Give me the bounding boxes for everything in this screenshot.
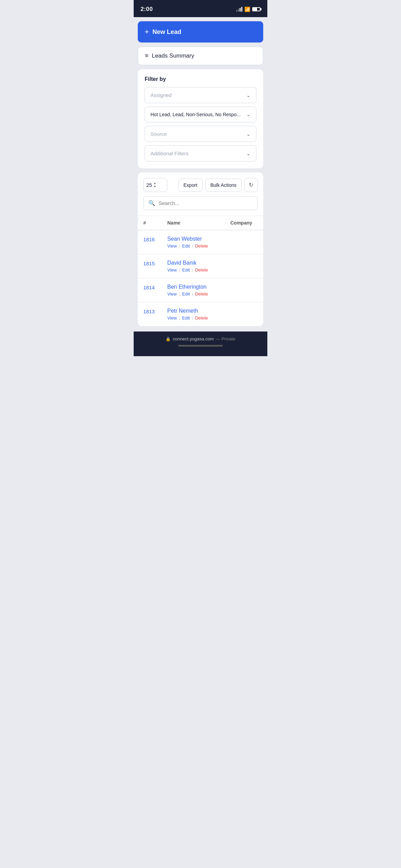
delete-link[interactable]: Delete: [195, 243, 208, 249]
lead-id[interactable]: 1815: [143, 260, 167, 266]
private-label: — Private: [216, 336, 235, 341]
lead-name[interactable]: Ben Etherington: [167, 284, 258, 290]
lead-name[interactable]: David Banik: [167, 260, 258, 266]
search-input[interactable]: [159, 200, 253, 206]
leads-table: # Name Company 1816 Sean Webster View | …: [138, 216, 263, 326]
home-indicator: [178, 345, 223, 347]
table-controls: 25 ▲ ▼ Export Bulk Actions ↻ 🔍: [138, 172, 263, 216]
status-filter-label: Hot Lead, Lead, Non-Serious, No Respo...: [150, 112, 241, 117]
source-filter[interactable]: Source ⌄: [145, 126, 256, 142]
view-link[interactable]: View: [167, 315, 177, 321]
battery-icon: [252, 7, 260, 11]
additional-filters[interactable]: Additional Filters ⌄: [145, 145, 256, 161]
leads-summary-button[interactable]: ≡ Leads Summary: [138, 47, 263, 65]
wifi-icon: 📶: [244, 7, 250, 12]
chevron-down-icon: ⌄: [246, 93, 251, 98]
filter-card: Filter by Assigned ⌄ Hot Lead, Lead, Non…: [138, 69, 263, 168]
row-actions: View | Edit | Delete: [167, 267, 258, 273]
stepper-up-icon[interactable]: ▲: [154, 182, 156, 185]
delete-link[interactable]: Delete: [195, 315, 208, 321]
table-row: 1814 Ben Etherington View | Edit | Delet…: [138, 278, 263, 302]
table-row: 1813 Petr Nemeth View | Edit | Delete: [138, 302, 263, 326]
assigned-filter-label: Assigned: [150, 92, 172, 98]
column-header-id: #: [143, 220, 167, 226]
view-link[interactable]: View: [167, 267, 177, 273]
signal-icon: [236, 7, 242, 12]
plus-icon: +: [145, 27, 149, 36]
stepper-down-icon[interactable]: ▼: [154, 185, 156, 189]
view-link[interactable]: View: [167, 291, 177, 297]
table-row: 1815 David Banik View | Edit | Delete: [138, 254, 263, 278]
status-icons: 📶: [236, 7, 260, 12]
lead-name[interactable]: Sean Webster: [167, 236, 258, 242]
refresh-icon: ↻: [249, 182, 253, 188]
url-line: 🔒 connect.yugasa.com — Private: [166, 336, 235, 341]
column-header-name: Name: [167, 220, 230, 226]
lead-name[interactable]: Petr Nemeth: [167, 308, 258, 314]
leads-summary-label: Leads Summary: [152, 52, 194, 59]
new-lead-label: New Lead: [153, 28, 181, 36]
edit-link[interactable]: Edit: [182, 315, 190, 321]
row-actions: View | Edit | Delete: [167, 243, 258, 249]
new-lead-button[interactable]: + New Lead: [138, 21, 263, 43]
column-header-company: Company: [230, 220, 258, 226]
assigned-filter[interactable]: Assigned ⌄: [145, 87, 256, 103]
edit-link[interactable]: Edit: [182, 291, 190, 297]
stepper[interactable]: ▲ ▼: [154, 182, 156, 188]
additional-filters-label: Additional Filters: [150, 150, 189, 156]
url-text: connect.yugasa.com: [173, 336, 214, 341]
status-bar: 2:00 📶: [134, 0, 267, 17]
view-link[interactable]: View: [167, 243, 177, 249]
edit-link[interactable]: Edit: [182, 243, 190, 249]
row-actions: View | Edit | Delete: [167, 291, 258, 297]
status-filter[interactable]: Hot Lead, Lead, Non-Serious, No Respo...…: [145, 107, 256, 122]
search-icon: 🔍: [148, 200, 155, 206]
delete-link[interactable]: Delete: [195, 267, 208, 273]
lock-icon: 🔒: [166, 337, 171, 341]
table-header: # Name Company: [138, 216, 263, 230]
filter-title: Filter by: [145, 76, 256, 82]
page-size-value: 25: [146, 182, 152, 188]
row-actions: View | Edit | Delete: [167, 315, 258, 321]
search-row: 🔍: [143, 196, 258, 210]
table-row: 1816 Sean Webster View | Edit | Delete: [138, 230, 263, 254]
chevron-down-icon: ⌄: [246, 112, 251, 117]
leads-summary-icon: ≡: [145, 52, 148, 59]
lead-id[interactable]: 1813: [143, 308, 167, 314]
chevron-down-icon: ⌄: [246, 151, 251, 156]
export-button[interactable]: Export: [178, 179, 202, 192]
source-filter-label: Source: [150, 131, 167, 137]
page-size-select[interactable]: 25 ▲ ▼: [143, 178, 167, 192]
lead-id[interactable]: 1816: [143, 236, 167, 242]
refresh-button[interactable]: ↻: [244, 178, 258, 192]
lead-id[interactable]: 1814: [143, 284, 167, 290]
edit-link[interactable]: Edit: [182, 267, 190, 273]
delete-link[interactable]: Delete: [195, 291, 208, 297]
chevron-down-icon: ⌄: [246, 131, 251, 137]
bottom-bar: 🔒 connect.yugasa.com — Private: [134, 331, 267, 356]
bulk-actions-button[interactable]: Bulk Actions: [205, 179, 242, 192]
status-time: 2:00: [141, 6, 153, 13]
